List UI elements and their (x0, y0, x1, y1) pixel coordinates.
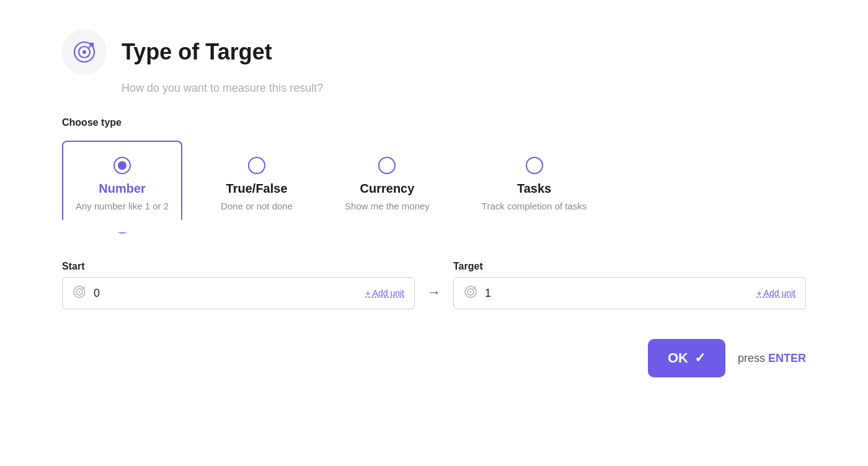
start-field-icon (73, 285, 86, 301)
press-label: press (738, 352, 765, 364)
start-field-group: Start + Add unit (62, 261, 415, 309)
enter-label: ENTER (768, 352, 806, 364)
type-card-number[interactable]: Number Any number like 1 or 2 (62, 141, 182, 234)
type-cards-container: Number Any number like 1 or 2 True/False… (62, 141, 806, 234)
radio-tasks (526, 157, 543, 174)
footer-row: OK ✓ press ENTER (62, 339, 806, 377)
page-container: Type of Target How do you want to measur… (62, 30, 806, 377)
target-input[interactable] (485, 287, 749, 300)
fields-row: Start + Add unit → Target (62, 261, 806, 309)
target-add-unit-button[interactable]: + Add unit (756, 288, 795, 298)
ok-button[interactable]: OK ✓ (648, 339, 725, 377)
ok-label: OK (668, 350, 688, 366)
card-desc-currency: Show me the money (345, 200, 430, 213)
target-icon-circle (62, 30, 107, 74)
choose-type-label: Choose type (62, 117, 806, 128)
target-label: Target (453, 261, 806, 272)
type-card-tasks[interactable]: Tasks Track completion of tasks (468, 141, 601, 226)
ok-check-icon: ✓ (694, 350, 706, 366)
target-icon (72, 40, 97, 64)
card-title-number: Number (99, 182, 146, 196)
page-title: Type of Target (122, 39, 272, 65)
card-title-currency: Currency (360, 182, 415, 196)
press-enter-hint: press ENTER (738, 352, 806, 365)
card-desc-number: Any number like 1 or 2 (76, 200, 169, 213)
card-title-tasks: Tasks (517, 182, 551, 196)
start-label: Start (62, 261, 415, 272)
start-input[interactable] (94, 287, 358, 300)
radio-truefalse (248, 157, 265, 174)
target-field-icon (464, 285, 477, 301)
page-header: Type of Target (62, 30, 806, 74)
target-input-wrap: + Add unit (453, 277, 806, 309)
svg-point-2 (82, 50, 86, 54)
type-card-currency[interactable]: Currency Show me the money (331, 141, 443, 226)
start-input-wrap: + Add unit (62, 277, 415, 309)
radio-number (113, 157, 131, 174)
type-card-truefalse[interactable]: True/False Done or not done (207, 141, 306, 226)
target-field-group: Target + Add unit (453, 261, 806, 309)
radio-currency (378, 157, 396, 174)
svg-point-10 (470, 291, 472, 293)
svg-point-6 (79, 291, 81, 293)
card-desc-tasks: Track completion of tasks (482, 200, 587, 213)
card-title-truefalse: True/False (226, 182, 288, 196)
arrow-icon: → (427, 284, 441, 301)
card-desc-truefalse: Done or not done (221, 200, 293, 213)
page-subtitle: How do you want to measure this result? (122, 82, 806, 95)
start-add-unit-button[interactable]: + Add unit (365, 288, 404, 298)
